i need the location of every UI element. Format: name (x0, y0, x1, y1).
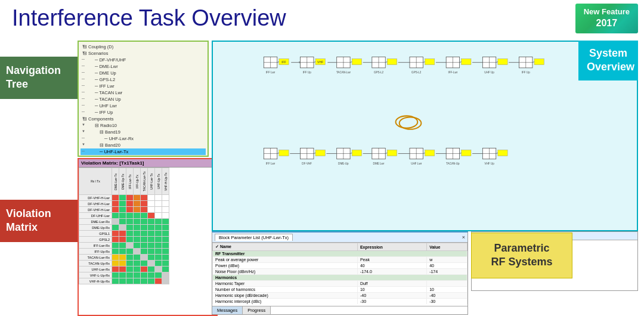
matrix-cell[interactable] (134, 261, 141, 267)
matrix-cell[interactable] (162, 255, 169, 261)
system-overview-panel[interactable]: IFF IFF Lwr VHF IFF Up TACAN-Lwr (212, 41, 638, 231)
param-expression[interactable]: 10 (357, 287, 426, 293)
matrix-cell[interactable] (148, 231, 155, 237)
matrix-cell[interactable] (112, 213, 119, 219)
matrix-cell[interactable] (119, 195, 126, 201)
matrix-cell[interactable] (155, 243, 162, 249)
matrix-cell[interactable] (134, 207, 141, 213)
matrix-cell[interactable] (112, 249, 119, 255)
matrix-cell[interactable] (162, 278, 169, 284)
matrix-cell[interactable] (126, 225, 134, 231)
block-param-tab[interactable]: Block Parameter List (UHF-Lwr-Tx) (215, 234, 293, 241)
matrix-cell[interactable] (134, 272, 141, 278)
matrix-cell[interactable] (155, 261, 162, 267)
matrix-cell[interactable] (162, 243, 169, 249)
matrix-cell[interactable] (141, 267, 148, 272)
matrix-cell[interactable] (134, 243, 141, 249)
matrix-cell[interactable] (141, 201, 148, 207)
tree-item[interactable]: ⊟ Radio10 (80, 122, 206, 129)
matrix-cell[interactable] (155, 249, 162, 255)
matrix-cell[interactable] (126, 272, 134, 278)
matrix-cell[interactable] (126, 195, 134, 201)
matrix-cell[interactable] (162, 261, 169, 267)
matrix-cell[interactable] (134, 237, 141, 243)
matrix-cell[interactable] (119, 243, 126, 249)
matrix-cell[interactable] (148, 255, 155, 261)
matrix-cell[interactable] (162, 201, 169, 207)
tree-item-selected[interactable]: ─ UHF-Lwr-Tx (80, 148, 206, 155)
matrix-cell[interactable] (126, 213, 134, 219)
matrix-cell[interactable] (126, 207, 134, 213)
matrix-cell[interactable] (112, 207, 119, 213)
matrix-cell[interactable] (155, 255, 162, 261)
matrix-cell[interactable] (162, 207, 169, 213)
matrix-cell[interactable] (155, 237, 162, 243)
tree-item[interactable]: ─ DME Up (80, 70, 206, 76)
progress-tab[interactable]: Progress (243, 306, 271, 314)
param-expression[interactable]: -40 (357, 293, 426, 299)
matrix-cell[interactable] (119, 278, 126, 284)
matrix-cell[interactable] (141, 195, 148, 201)
matrix-cell[interactable] (112, 231, 119, 237)
matrix-cell[interactable] (148, 272, 155, 278)
matrix-cell[interactable] (141, 249, 148, 255)
matrix-cell[interactable] (126, 255, 134, 261)
matrix-cell[interactable] (119, 231, 126, 237)
matrix-cell[interactable] (119, 207, 126, 213)
matrix-cell[interactable] (126, 278, 134, 284)
matrix-cell[interactable] (112, 219, 119, 225)
matrix-cell[interactable] (126, 249, 134, 255)
matrix-cell[interactable] (162, 219, 169, 225)
matrix-cell[interactable] (141, 225, 148, 231)
matrix-cell[interactable] (148, 249, 155, 255)
matrix-cell[interactable] (141, 231, 148, 237)
matrix-cell[interactable] (119, 201, 126, 207)
tree-item[interactable]: ⊟ Scenarios (80, 50, 206, 57)
matrix-cell[interactable] (119, 237, 126, 243)
matrix-cell[interactable] (141, 237, 148, 243)
matrix-cell[interactable] (134, 219, 141, 225)
matrix-cell[interactable] (134, 231, 141, 237)
tree-item[interactable]: ─ IFF Lwr (80, 83, 206, 89)
matrix-cell[interactable] (148, 225, 155, 231)
matrix-cell[interactable] (162, 267, 169, 272)
tree-item[interactable]: ⊟ Coupling (D) (80, 44, 206, 50)
matrix-cell[interactable] (155, 219, 162, 225)
matrix-cell[interactable] (134, 255, 141, 261)
tree-item[interactable]: ─ GPS-L2 (80, 76, 206, 83)
tree-item[interactable]: ⊟ Band20 (80, 142, 206, 148)
matrix-cell[interactable] (162, 249, 169, 255)
matrix-cell[interactable] (119, 261, 126, 267)
matrix-cell[interactable] (155, 225, 162, 231)
matrix-cell[interactable] (162, 272, 169, 278)
matrix-table-wrapper[interactable]: Rx \ Tx DME-Lwr-Tx DME-Up-Tx IFF-Lwr-Tx … (79, 168, 216, 311)
tree-item[interactable]: ⊟ Components (80, 116, 206, 122)
matrix-cell[interactable] (134, 225, 141, 231)
matrix-cell[interactable] (126, 243, 134, 249)
matrix-cell[interactable] (126, 267, 134, 272)
matrix-cell[interactable] (141, 219, 148, 225)
matrix-cell[interactable] (148, 278, 155, 284)
matrix-cell[interactable] (134, 201, 141, 207)
matrix-cell[interactable] (134, 213, 141, 219)
matrix-cell[interactable] (141, 272, 148, 278)
matrix-cell[interactable] (148, 261, 155, 267)
matrix-cell[interactable] (126, 261, 134, 267)
matrix-cell[interactable] (148, 219, 155, 225)
matrix-cell[interactable] (162, 231, 169, 237)
matrix-cell[interactable] (119, 249, 126, 255)
matrix-cell[interactable] (155, 231, 162, 237)
matrix-cell[interactable] (141, 278, 148, 284)
matrix-cell[interactable] (162, 237, 169, 243)
matrix-cell[interactable] (155, 201, 162, 207)
param-expression[interactable]: -30 (357, 299, 426, 305)
matrix-cell[interactable] (148, 213, 155, 219)
matrix-cell[interactable] (119, 213, 126, 219)
close-button[interactable]: × (462, 234, 465, 240)
matrix-cell[interactable] (148, 207, 155, 213)
matrix-cell[interactable] (141, 207, 148, 213)
matrix-cell[interactable] (112, 225, 119, 231)
matrix-cell[interactable] (155, 207, 162, 213)
block-param-panel[interactable]: Block Parameter List (UHF-Lwr-Tx) × ✓ Na… (212, 231, 468, 315)
violation-matrix-panel[interactable]: Violation Matrix: [Tx1Task1] Rx \ Tx DME… (78, 158, 218, 316)
